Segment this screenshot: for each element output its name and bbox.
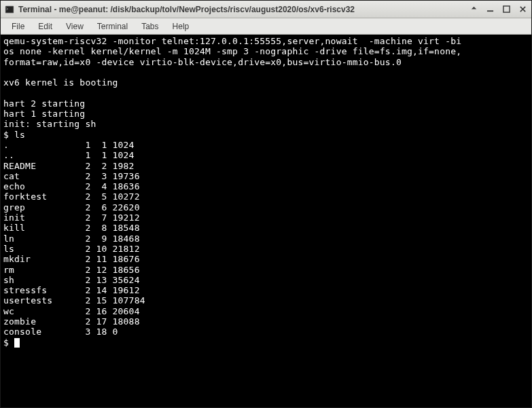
svg-rect-2 <box>486 10 493 12</box>
prompt-line: $ ls <box>3 130 25 140</box>
hart-message: hart 1 starting <box>3 109 85 119</box>
menu-edit[interactable]: Edit <box>31 20 59 33</box>
maximize-button[interactable] <box>501 5 511 14</box>
menubar: File Edit View Terminal Tabs Help <box>1 18 531 35</box>
cmd-line: os none -kernel kernel/kernel -m 1024M -… <box>3 46 461 56</box>
file-listing: . 1 1 1024 .. 1 1 1024 README 2 2 1982 c… <box>3 140 145 337</box>
svg-rect-3 <box>503 6 509 12</box>
window-controls <box>469 5 527 14</box>
hart-message: hart 2 starting <box>3 98 85 109</box>
titlebar: Terminal - me@peanut: /disk/backup/tolv/… <box>1 1 531 18</box>
keep-above-icon[interactable] <box>469 5 478 14</box>
cursor <box>14 338 20 348</box>
terminal-icon <box>5 5 14 14</box>
menu-view[interactable]: View <box>59 20 90 33</box>
menu-help[interactable]: Help <box>166 20 196 33</box>
menu-terminal[interactable]: Terminal <box>90 20 135 33</box>
close-button[interactable] <box>518 5 527 14</box>
terminal-output[interactable]: qemu-system-riscv32 -monitor telnet:127.… <box>1 35 531 408</box>
minimize-button[interactable] <box>485 5 495 14</box>
prompt-line: $ <box>3 337 14 348</box>
titlebar-left: Terminal - me@peanut: /disk/backup/tolv/… <box>5 5 355 14</box>
init-message: init: starting sh <box>3 119 96 129</box>
menu-tabs[interactable]: Tabs <box>135 20 165 33</box>
menu-file[interactable]: File <box>5 20 31 33</box>
cmd-line: format=raw,id=x0 -device virtio-blk-devi… <box>3 57 402 67</box>
cmd-line: qemu-system-riscv32 -monitor telnet:127.… <box>3 36 461 46</box>
boot-message: xv6 kernel is booting <box>3 77 118 88</box>
window-title: Terminal - me@peanut: /disk/backup/tolv/… <box>18 5 355 14</box>
